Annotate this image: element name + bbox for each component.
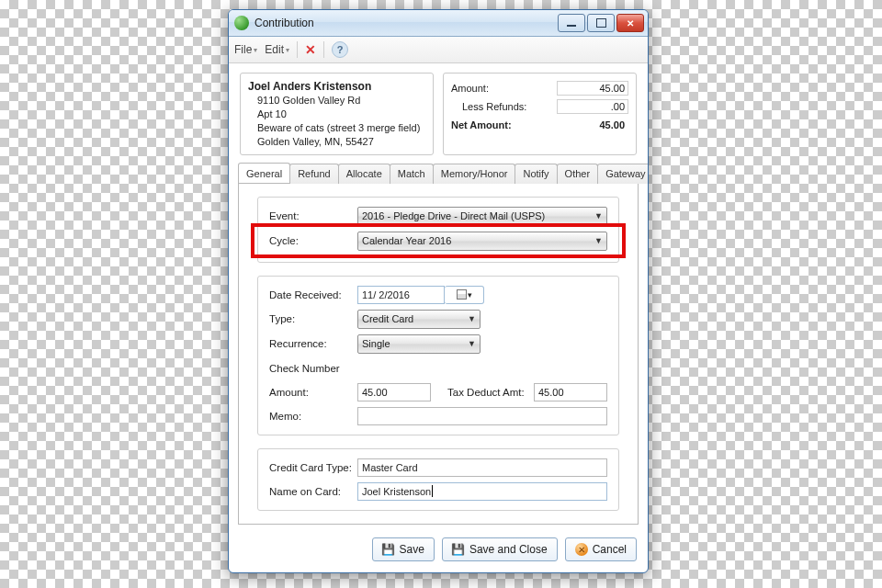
contact-line4: Golden Valley, MN, 55427 xyxy=(257,135,425,149)
cycle-label: Cycle: xyxy=(269,235,357,246)
summary-net-value: 45.00 xyxy=(557,118,628,132)
app-icon xyxy=(234,16,249,30)
check-number-label: Check Number xyxy=(269,363,340,374)
save-icon: 💾 xyxy=(382,543,395,556)
event-cycle-section: Event: 2016 - Pledge Drive - Direct Mail… xyxy=(257,197,619,263)
amount-summary-panel: Amount: 45.00 Less Refunds: .00 Net Amou… xyxy=(443,73,637,155)
name-on-card-label: Name on Card: xyxy=(269,486,357,497)
delete-icon[interactable]: ✕ xyxy=(305,42,316,57)
footer: 💾 Save 💾 Save and Close ✕ Cancel xyxy=(229,528,648,572)
event-dropdown[interactable]: 2016 - Pledge Drive - Direct Mail (USPS)… xyxy=(357,207,607,226)
maximize-button[interactable] xyxy=(587,14,615,32)
save-button[interactable]: 💾 Save xyxy=(372,537,435,561)
cc-type-label: Credit Card Type: xyxy=(269,462,357,473)
amount-field[interactable]: 45.00 xyxy=(357,383,431,401)
contribution-window: Contribution File▾ Edit▾ ✕ ? Joel Anders… xyxy=(228,9,649,573)
close-button[interactable] xyxy=(616,14,644,32)
summary-refunds-label: Less Refunds: xyxy=(451,101,526,112)
summary-amount-value: 45.00 xyxy=(557,81,628,96)
cycle-dropdown[interactable]: Calendar Year 2016▼ xyxy=(357,232,607,251)
tab-allocate[interactable]: Allocate xyxy=(338,164,390,184)
recurrence-dropdown[interactable]: Single▼ xyxy=(357,334,481,354)
toolbar-separator xyxy=(297,41,298,58)
tax-deduct-label: Tax Deduct Amt: xyxy=(447,387,534,398)
toolbar: File▾ Edit▾ ✕ ? xyxy=(229,37,648,63)
tab-strip: General Refund Allocate Match Memory/Hon… xyxy=(238,163,639,184)
type-dropdown[interactable]: Credit Card▼ xyxy=(357,310,481,329)
contact-line3: Beware of cats (street 3 merge field) xyxy=(257,121,425,135)
edit-menu[interactable]: Edit▾ xyxy=(265,43,289,56)
toolbar-separator xyxy=(323,41,324,58)
tab-general[interactable]: General xyxy=(238,163,290,183)
summary-amount-label: Amount: xyxy=(451,83,489,94)
tab-match[interactable]: Match xyxy=(390,164,434,184)
save-close-icon: 💾 xyxy=(452,543,465,556)
summary-net-label: Net Amount: xyxy=(451,119,512,130)
tab-general-body: Event: 2016 - Pledge Drive - Direct Mail… xyxy=(238,184,639,525)
date-received-label: Date Received: xyxy=(269,289,357,300)
date-received-picker[interactable]: 11/ 2/2016 ▾ xyxy=(357,286,484,304)
cc-type-field[interactable]: Master Card xyxy=(357,458,607,477)
amount-label: Amount: xyxy=(269,387,357,398)
details-section: Date Received: 11/ 2/2016 ▾ Type: Credit… xyxy=(257,276,619,435)
minimize-button[interactable] xyxy=(558,14,585,32)
window-title: Contribution xyxy=(254,17,558,29)
tab-memory-honor[interactable]: Memory/Honor xyxy=(433,164,516,184)
recurrence-label: Recurrence: xyxy=(269,338,357,349)
summary-refunds-value: .00 xyxy=(557,99,628,114)
contact-panel: Joel Anders Kristenson 9110 Golden Valle… xyxy=(240,73,434,155)
memo-label: Memo: xyxy=(269,411,357,422)
contact-line2: Apt 10 xyxy=(257,107,425,121)
name-on-card-field[interactable]: Joel Kristenson xyxy=(357,482,607,501)
save-and-close-button[interactable]: 💾 Save and Close xyxy=(442,537,558,561)
type-label: Type: xyxy=(269,313,357,324)
tax-deduct-field[interactable]: 45.00 xyxy=(534,383,607,401)
memo-field[interactable] xyxy=(357,407,607,425)
card-section: Credit Card Type: Master Card Name on Ca… xyxy=(257,448,619,511)
cancel-button[interactable]: ✕ Cancel xyxy=(565,537,637,561)
contact-name: Joel Anders Kristenson xyxy=(248,79,425,94)
event-label: Event: xyxy=(269,210,357,221)
cancel-icon: ✕ xyxy=(575,543,588,556)
titlebar: Contribution xyxy=(229,10,648,37)
help-icon[interactable]: ? xyxy=(332,41,348,58)
contact-line1: 9110 Golden Valley Rd xyxy=(257,94,425,107)
tab-other[interactable]: Other xyxy=(557,164,599,184)
tab-refund[interactable]: Refund xyxy=(289,164,338,184)
tab-notify[interactable]: Notify xyxy=(514,164,557,184)
file-menu[interactable]: File▾ xyxy=(234,43,257,56)
tab-gateway[interactable]: Gateway xyxy=(597,164,649,184)
calendar-icon xyxy=(457,289,467,300)
